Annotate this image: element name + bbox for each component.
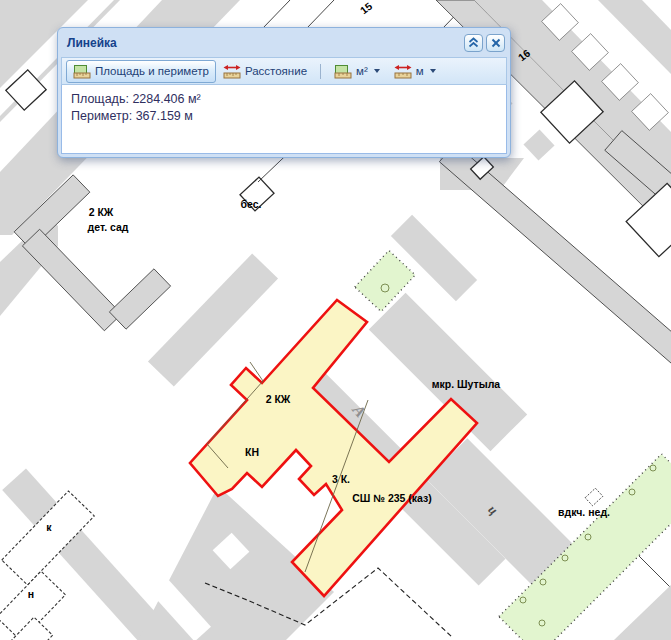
distance-icon: [223, 64, 241, 79]
length-unit-icon: [394, 64, 412, 79]
close-button[interactable]: [486, 34, 505, 52]
dropdown-caret-icon: [430, 69, 436, 73]
area-unit-label: м²: [356, 65, 368, 77]
area-perimeter-label: Площадь и периметр: [95, 65, 209, 77]
collapse-button[interactable]: [464, 34, 483, 52]
area-result-unit: м²: [188, 92, 201, 106]
area-perimeter-button[interactable]: Площадь и периметр: [66, 60, 216, 83]
chevron-double-up-icon: [468, 37, 479, 48]
dropdown-caret-icon: [374, 69, 380, 73]
window-title: Линейка: [67, 36, 461, 50]
area-result-label: Площадь:: [71, 92, 129, 106]
close-icon: [491, 38, 501, 48]
measurement-results: Площадь: 2284.406 м² Периметр: 367.159 м: [61, 85, 507, 154]
perimeter-result-line: Периметр: 367.159 м: [71, 108, 497, 125]
area-unit-dropdown[interactable]: м²: [327, 60, 387, 83]
ruler-window-titlebar[interactable]: Линейка: [58, 28, 510, 54]
ruler-window: Линейка: [57, 27, 511, 158]
length-unit-label: м: [416, 65, 424, 77]
perimeter-result-value: 367.159: [136, 109, 181, 123]
area-result-line: Площадь: 2284.406 м²: [71, 91, 497, 108]
area-icon: [73, 64, 91, 79]
distance-label: Расстояние: [245, 65, 307, 77]
perimeter-result-unit: м: [184, 109, 193, 123]
area-result-value: 2284.406: [132, 92, 184, 106]
length-unit-dropdown[interactable]: м: [387, 60, 443, 83]
perimeter-result-label: Периметр:: [71, 109, 132, 123]
distance-button[interactable]: Расстояние: [216, 60, 314, 83]
toolbar-separator: [320, 64, 321, 79]
ruler-toolbar: Площадь и периметр Расстояние: [61, 57, 507, 85]
map-application: 15 16 2 КЖ дет. сад бес. 2 КЖ КН мкр. Шу…: [0, 0, 671, 640]
area-unit-icon: [334, 64, 352, 79]
